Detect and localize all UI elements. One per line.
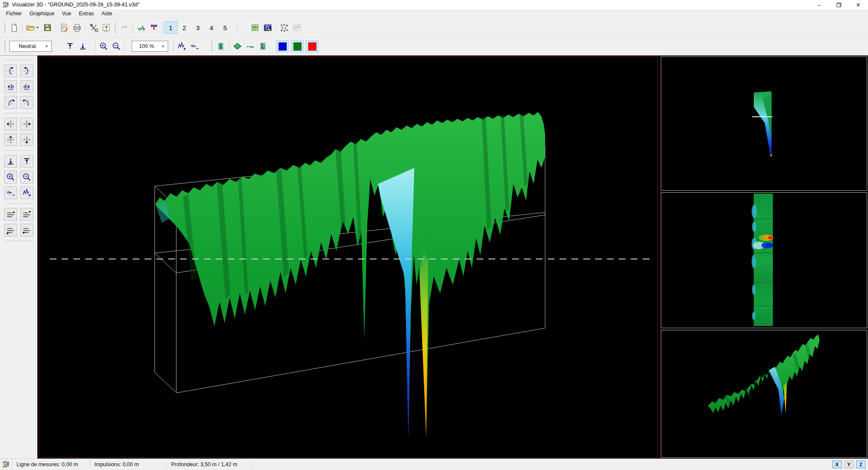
zoom-out-icon bbox=[112, 42, 121, 51]
signal-increase-button[interactable] bbox=[20, 186, 33, 199]
perspective-view-panel[interactable] bbox=[661, 330, 867, 458]
scan-points-icon bbox=[280, 23, 289, 32]
toolbar-gripper[interactable] bbox=[115, 22, 116, 33]
pan-down-icon bbox=[22, 135, 31, 144]
depth-up-button[interactable] bbox=[20, 155, 33, 168]
pan-down-button[interactable] bbox=[20, 133, 33, 146]
toolbar-gripper[interactable] bbox=[211, 41, 212, 52]
menu-vue[interactable]: Vue bbox=[58, 10, 75, 17]
new-file-button[interactable] bbox=[8, 21, 20, 34]
side-view-button[interactable] bbox=[214, 40, 227, 53]
zoom-level-select[interactable]: 100 % ▼ bbox=[132, 41, 168, 52]
main-toolbar: ? 1 2 3 4 5 bbox=[0, 18, 868, 37]
undo-button[interactable] bbox=[118, 21, 131, 34]
zoom-out-side-button[interactable] bbox=[20, 171, 33, 183]
amplitude-decrease-button[interactable] bbox=[188, 40, 201, 53]
menu-fichier[interactable]: Fichier bbox=[2, 10, 26, 17]
view-top-icon bbox=[259, 42, 267, 51]
zoom-out-button[interactable] bbox=[110, 40, 123, 53]
axis-z-button[interactable]: Z bbox=[856, 461, 865, 468]
top-view-canvas bbox=[661, 193, 867, 328]
toolbar-separator bbox=[22, 22, 23, 34]
layer-down-button[interactable] bbox=[20, 208, 33, 221]
axis-y-button[interactable]: Y bbox=[844, 461, 854, 468]
profile-select[interactable]: Neutral ▼ bbox=[9, 41, 52, 52]
layer-down-icon bbox=[22, 210, 31, 219]
pan-right-icon bbox=[22, 119, 31, 129]
restore-button[interactable] bbox=[829, 0, 848, 9]
signal-graph-button[interactable] bbox=[290, 21, 303, 34]
menu-graphique[interactable]: Graphique bbox=[26, 10, 58, 17]
signal-increase-icon bbox=[22, 188, 31, 197]
export-report-button[interactable] bbox=[58, 21, 70, 34]
menubar: Fichier Graphique Vue Extras Aide bbox=[0, 9, 868, 18]
view-top-button[interactable] bbox=[256, 40, 269, 53]
minimize-button[interactable]: – bbox=[809, 0, 829, 9]
toolbar-gripper[interactable] bbox=[4, 22, 6, 33]
color-green-button[interactable] bbox=[291, 40, 304, 52]
amplitude-minus-icon bbox=[190, 42, 199, 51]
rotate-pitch-up-button[interactable] bbox=[4, 65, 17, 77]
toolbar-separator bbox=[124, 41, 125, 52]
move-top-button[interactable] bbox=[64, 40, 76, 53]
rotate-pitch-down-button[interactable] bbox=[20, 65, 33, 77]
rotate-roll-left-button[interactable] bbox=[4, 96, 17, 109]
pan-left-button[interactable] bbox=[4, 118, 17, 130]
titlebar[interactable]: Visualizer 3D - "GROUND_2025-09-28_15-39… bbox=[0, 0, 868, 9]
filter-button[interactable] bbox=[147, 21, 160, 34]
view-2-button[interactable]: 2 bbox=[178, 21, 191, 34]
signal-graph-icon bbox=[293, 23, 302, 32]
zoom-in-side-button[interactable] bbox=[4, 171, 17, 183]
menu-extras[interactable]: Extras bbox=[75, 10, 98, 17]
side-view-panel[interactable] bbox=[661, 56, 867, 191]
top-view-panel[interactable] bbox=[661, 192, 867, 328]
toolbar-gripper[interactable] bbox=[4, 41, 6, 52]
save-button[interactable] bbox=[41, 21, 54, 34]
rotate-yaw-left-icon bbox=[6, 82, 15, 91]
toolbar-separator bbox=[237, 22, 237, 34]
pan-right-button[interactable] bbox=[20, 118, 33, 130]
open-file-button[interactable] bbox=[24, 21, 41, 34]
move-bottom-button[interactable] bbox=[76, 40, 89, 53]
color-blue-button[interactable] bbox=[276, 40, 289, 52]
zoom-level-value: 100 % bbox=[135, 43, 158, 49]
perspective-view-canvas bbox=[661, 330, 867, 457]
navigation-sidebar bbox=[0, 56, 37, 459]
color-red-button[interactable] bbox=[306, 40, 318, 52]
pan-left-icon bbox=[6, 119, 15, 129]
measure-check-button[interactable] bbox=[135, 21, 147, 34]
layer-up-button[interactable] bbox=[4, 208, 17, 221]
rotate-yaw-right-button[interactable] bbox=[20, 80, 33, 93]
amplitude-increase-button[interactable] bbox=[175, 40, 188, 53]
rotate-yaw-right-icon bbox=[22, 82, 31, 91]
view-1-button[interactable]: 1 bbox=[164, 21, 178, 34]
rotate-roll-right-button[interactable] bbox=[20, 96, 33, 109]
close-button[interactable]: ✕ bbox=[848, 0, 868, 9]
layer-bottom-up-button[interactable] bbox=[4, 224, 17, 236]
view-5-button[interactable]: 5 bbox=[218, 21, 232, 34]
rotate-roll-left-icon bbox=[6, 98, 15, 107]
print-button[interactable] bbox=[70, 21, 83, 34]
signal-decrease-button[interactable] bbox=[4, 186, 17, 199]
view-3d-button[interactable] bbox=[231, 40, 244, 53]
menu-aide[interactable]: Aide bbox=[98, 10, 116, 17]
layer-bottom-down-button[interactable] bbox=[20, 224, 33, 236]
pan-up-button[interactable] bbox=[4, 133, 17, 146]
depth-down-button[interactable] bbox=[4, 155, 17, 168]
ground-scan-3d-canvas bbox=[39, 57, 657, 457]
main-3d-view[interactable] bbox=[39, 56, 658, 458]
settings-button[interactable] bbox=[87, 21, 100, 34]
help-button[interactable]: ? bbox=[100, 21, 113, 34]
view-4-button[interactable]: 4 bbox=[205, 21, 218, 34]
rotate-yaw-left-button[interactable] bbox=[4, 80, 17, 93]
preview-window-button[interactable] bbox=[261, 21, 274, 34]
depth-up-icon bbox=[22, 157, 31, 166]
zoom-in-button[interactable] bbox=[97, 40, 110, 53]
axis-x-button[interactable]: X bbox=[832, 461, 842, 468]
scan-points-button[interactable] bbox=[278, 21, 290, 34]
view-flat-button[interactable] bbox=[244, 40, 256, 53]
view-3-button[interactable]: 3 bbox=[191, 21, 205, 34]
grid-view-button[interactable] bbox=[248, 21, 261, 34]
axis-toggle-group: X Y Z bbox=[832, 461, 868, 468]
content-area bbox=[0, 56, 868, 459]
